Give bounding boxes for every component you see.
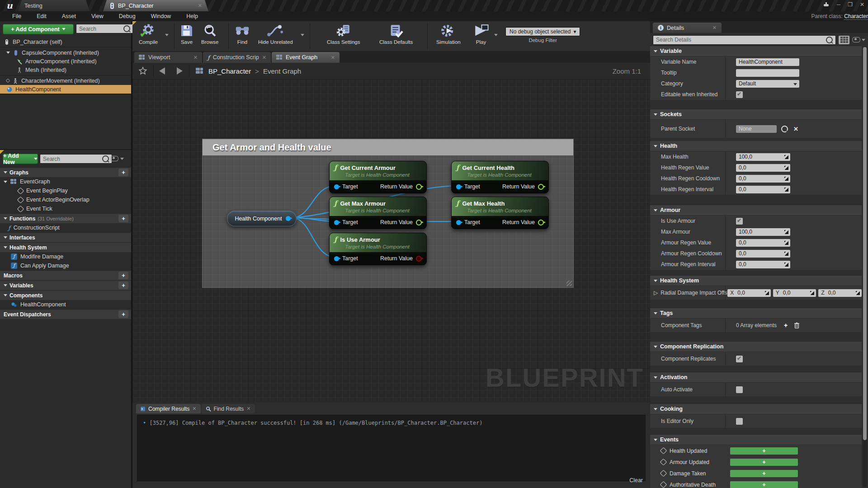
events-section-header[interactable]: Events bbox=[650, 434, 862, 445]
variable-name-input[interactable]: HealthComponent bbox=[736, 58, 799, 66]
tab-close-icon[interactable]: ✕ bbox=[262, 55, 266, 61]
add-dispatcher-button[interactable]: + bbox=[118, 310, 128, 318]
maximize-icon[interactable]: ❐ bbox=[848, 1, 853, 8]
asset-tab-testing[interactable]: Testing bbox=[18, 0, 90, 11]
activation-section-header[interactable]: Activation bbox=[650, 372, 862, 383]
back-arrow-icon[interactable] bbox=[159, 67, 165, 75]
menu-help[interactable]: Help bbox=[179, 11, 206, 21]
node-get-current-armour[interactable]: ƒGet Current Armour Target is Health Com… bbox=[329, 161, 427, 193]
breadcrumb-root[interactable]: BP_Character bbox=[208, 67, 251, 75]
tooltip-input[interactable] bbox=[736, 69, 799, 77]
auto-activate-checkbox[interactable] bbox=[736, 386, 743, 393]
menu-file[interactable]: File bbox=[5, 11, 29, 21]
armour-regen-cooldown-input[interactable]: 0,0 bbox=[736, 250, 790, 258]
target-pin[interactable] bbox=[334, 220, 339, 225]
radial-offset-x-input[interactable]: X0,0 bbox=[727, 289, 771, 297]
return-value-pin[interactable] bbox=[538, 220, 544, 225]
add-authoritative-death-event-button[interactable]: + bbox=[730, 481, 798, 488]
details-visibility-filter[interactable] bbox=[852, 37, 865, 42]
variable-output-pin[interactable] bbox=[286, 216, 291, 221]
eventgraph-item[interactable]: EventGraph bbox=[0, 177, 131, 186]
event-actorbeginoverlap-item[interactable]: Event ActorBeginOverlap bbox=[0, 195, 131, 204]
health-system-section-header[interactable]: Health System bbox=[0, 242, 131, 252]
return-value-pin[interactable] bbox=[538, 184, 544, 190]
menu-edit[interactable]: Edit bbox=[29, 11, 54, 21]
tree-row-charactermovement[interactable]: CharacterMovement (Inherited) bbox=[0, 76, 131, 85]
target-pin[interactable] bbox=[334, 184, 339, 189]
health-regen-interval-input[interactable]: 0,0 bbox=[736, 186, 790, 193]
constructionscript-item[interactable]: ƒ ConstructionScript bbox=[0, 223, 131, 232]
add-health-updated-event-button[interactable]: + bbox=[730, 447, 798, 455]
add-macro-button[interactable]: + bbox=[118, 272, 128, 279]
compile-options-caret[interactable] bbox=[165, 34, 169, 36]
cooking-section-header[interactable]: Cooking bbox=[650, 404, 862, 414]
find-button[interactable]: Find bbox=[235, 23, 250, 45]
save-button[interactable]: Save bbox=[179, 23, 194, 45]
compile-button[interactable]: ✔ Compile bbox=[139, 23, 158, 45]
return-value-pin[interactable] bbox=[416, 184, 422, 190]
class-settings-button[interactable]: Class Settings bbox=[327, 23, 360, 45]
components-search-input[interactable]: Search bbox=[76, 24, 133, 33]
expander-icon[interactable] bbox=[6, 52, 10, 54]
event-tick-item[interactable]: Event Tick bbox=[0, 204, 131, 213]
add-component-button[interactable]: + Add Component bbox=[3, 24, 74, 34]
trash-icon[interactable] bbox=[794, 322, 800, 328]
event-graph-canvas[interactable]: BLUEPRINT Get Armor and Health value Hea… bbox=[132, 79, 650, 403]
simulation-button[interactable]: Simulation bbox=[436, 23, 461, 45]
healthcomponent-variable-item[interactable]: HealthComponent bbox=[0, 300, 131, 309]
variables-section-header[interactable]: Variables + bbox=[0, 280, 131, 290]
modifire-damage-item[interactable]: ƒ Modifire Damage bbox=[0, 252, 131, 261]
add-damage-taken-event-button[interactable]: + bbox=[730, 470, 798, 477]
add-function-button[interactable]: + bbox=[118, 215, 128, 222]
tab-close-icon[interactable]: ✕ bbox=[198, 3, 202, 9]
macros-section-header[interactable]: Macros + bbox=[0, 270, 131, 280]
tree-row-healthcomponent-selected[interactable]: HealthComponent bbox=[0, 85, 131, 94]
armour-regen-value-input[interactable]: 0,0 bbox=[736, 239, 790, 247]
minimize-icon[interactable]: ─ bbox=[837, 1, 841, 8]
add-array-element-icon[interactable]: + bbox=[784, 322, 788, 329]
tab-compiler-results[interactable]: Compiler Results ✕ bbox=[136, 404, 201, 413]
tab-close-icon[interactable]: ✕ bbox=[246, 406, 250, 412]
tags-section-header[interactable]: Tags bbox=[650, 308, 862, 319]
return-value-pin[interactable] bbox=[416, 220, 422, 225]
details-search-input[interactable]: Search Details bbox=[653, 35, 836, 45]
browse-button[interactable]: Browse bbox=[201, 23, 218, 45]
sockets-section-header[interactable]: Sockets bbox=[650, 109, 862, 120]
health-section-header[interactable]: Health bbox=[650, 141, 862, 151]
component-replication-section-header[interactable]: Component Replication bbox=[650, 341, 862, 352]
node-health-component-variable[interactable]: Health Component bbox=[227, 211, 297, 226]
clear-button[interactable]: Clear bbox=[629, 477, 643, 483]
parent-socket-input[interactable]: None bbox=[736, 125, 777, 133]
tab-event-graph[interactable]: Event Graph ✕ bbox=[272, 52, 340, 63]
tab-close-icon[interactable]: ✕ bbox=[712, 25, 717, 31]
favorite-star-icon[interactable] bbox=[138, 66, 148, 76]
functions-section-header[interactable]: Functions (31 Overridable) + bbox=[0, 213, 131, 223]
is-use-armour-checkbox[interactable] bbox=[736, 218, 743, 225]
add-graph-button[interactable]: + bbox=[118, 169, 128, 176]
menu-view[interactable]: View bbox=[84, 11, 111, 21]
myblueprint-search-input[interactable]: Search bbox=[40, 154, 112, 164]
debug-object-dropdown[interactable]: No debug object selected ▾ bbox=[505, 27, 580, 36]
play-button[interactable]: Play bbox=[472, 23, 490, 45]
close-icon[interactable]: ✕ bbox=[860, 1, 864, 8]
asset-tab-bp-character[interactable]: BP_Character ✕ bbox=[103, 0, 208, 11]
socket-search-icon[interactable] bbox=[781, 126, 788, 132]
health-regen-cooldown-input[interactable]: 0,0 bbox=[736, 175, 790, 183]
node-get-current-health[interactable]: ƒGet Current Health Target is Health Com… bbox=[451, 161, 549, 193]
target-pin[interactable] bbox=[456, 184, 461, 189]
visibility-filter-button[interactable] bbox=[110, 156, 124, 161]
menu-window[interactable]: Window bbox=[143, 11, 179, 21]
forward-arrow-icon[interactable] bbox=[177, 67, 183, 75]
property-matrix-icon[interactable] bbox=[839, 36, 849, 44]
editable-when-inherited-checkbox[interactable] bbox=[736, 91, 743, 98]
tree-row-self[interactable]: BP_Character (self) bbox=[0, 38, 131, 46]
radial-offset-y-input[interactable]: Y0,0 bbox=[773, 289, 816, 297]
return-value-pin[interactable] bbox=[416, 256, 422, 262]
tab-close-icon[interactable]: ✕ bbox=[192, 406, 196, 412]
interfaces-section-header[interactable]: Interfaces bbox=[0, 232, 131, 242]
tab-find-results[interactable]: Find Results ✕ bbox=[202, 404, 255, 413]
category-dropdown[interactable]: Default bbox=[736, 80, 799, 88]
hide-unrelated-button[interactable]: Hide Unrelated bbox=[258, 23, 293, 45]
node-get-max-health[interactable]: ƒGet Max Health Target is Health Compone… bbox=[451, 197, 549, 229]
tab-details[interactable]: i Details ✕ bbox=[653, 23, 722, 33]
